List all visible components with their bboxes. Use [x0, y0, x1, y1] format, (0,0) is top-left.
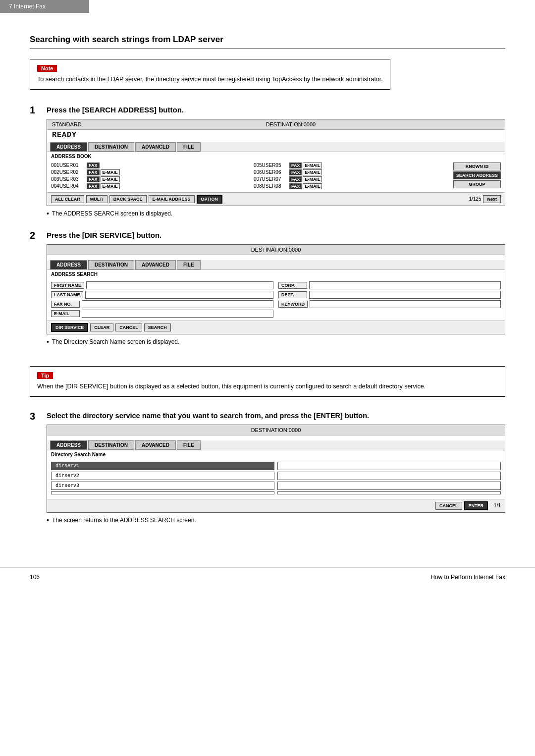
- footer-title: How to Perform Internet Fax: [430, 574, 505, 581]
- tab-file-3[interactable]: FILE: [177, 440, 201, 450]
- footer: 106 How to Perform Internet Fax: [0, 567, 535, 587]
- group-button[interactable]: GROUP: [453, 180, 501, 188]
- tab-address-3[interactable]: ADDRESS: [50, 440, 87, 450]
- step-1-title: Press the [SEARCH ADDRESS] button.: [47, 106, 505, 114]
- form-row-lastname: LAST NAME: [51, 291, 273, 299]
- cancel-button-2[interactable]: CANCEL: [115, 324, 142, 331]
- addr-row-1: 001USER01 FAX: [51, 162, 251, 168]
- addr-book-label-1: ADDRESS BOOK: [47, 152, 505, 161]
- email-input[interactable]: [82, 310, 273, 318]
- next-button-1[interactable]: Next: [483, 195, 501, 203]
- addr-search-form-2: FIRST NAME LAST NAME FAX NO.: [47, 278, 505, 321]
- page-info-3: 1/1: [494, 503, 501, 508]
- form-row-keyword: KEYWORD: [278, 300, 501, 308]
- keyword-label: KEYWORD: [278, 301, 308, 308]
- form-col-right: CORP. DEPT. KEYWORD: [278, 281, 501, 318]
- addr-book-sidebar: KNOWN ID SEARCH ADDRESS GROUP: [453, 162, 501, 190]
- tab-destination-1[interactable]: DESTINATION: [88, 142, 134, 152]
- cancel-button-3[interactable]: CANCEL: [435, 502, 462, 510]
- form-row-faxno: FAX NO.: [51, 300, 273, 308]
- email-label: E-MAIL: [51, 310, 80, 317]
- step-1-number: 1: [30, 105, 47, 116]
- dir-service-button[interactable]: DIR SERVICE: [51, 323, 88, 332]
- step-3-bullet: • The screen returns to the ADDRESS SEAR…: [47, 517, 505, 524]
- tab-address-2[interactable]: ADDRESS: [50, 260, 87, 270]
- dir-entry-row-1: dirserv1: [51, 462, 501, 470]
- firstname-label: FIRST NAME: [51, 282, 84, 289]
- search-button-2[interactable]: SEARCH: [144, 324, 171, 331]
- step-2-content: Press the [DIR SERVICE] button. DESTINAT…: [47, 231, 505, 350]
- screen-bottom-bar-3: CANCEL ENTER 1/1: [47, 499, 505, 512]
- dept-input[interactable]: [309, 291, 501, 299]
- email-address-button[interactable]: E-MAIL ADDRESS: [149, 195, 195, 203]
- note-label: Note: [37, 65, 57, 72]
- addr-row-6: 006USER06 FAX E-MAIL: [254, 169, 453, 175]
- faxno-label: FAX NO.: [51, 301, 80, 308]
- corp-label: CORP.: [278, 282, 307, 289]
- footer-page-number: 106: [30, 574, 40, 581]
- faxno-input[interactable]: [82, 300, 273, 308]
- addr-book-right: 005USER05 FAX E-MAIL 006USER06 FAX E-MAI…: [254, 162, 453, 190]
- tip-label: Tip: [37, 372, 53, 379]
- step-3-content: Select the directory service name that y…: [47, 412, 505, 529]
- step-1-content: Press the [SEARCH ADDRESS] button. STAND…: [47, 106, 505, 222]
- two-col-form: FIRST NAME LAST NAME FAX NO.: [51, 281, 501, 318]
- back-space-button[interactable]: BACK SPACE: [109, 195, 147, 203]
- tab-destination-3[interactable]: DESTINATION: [88, 440, 134, 450]
- tab-address-1[interactable]: ADDRESS: [50, 142, 87, 152]
- dir-entry-row-4: [51, 491, 501, 494]
- option-button[interactable]: OPTION: [197, 195, 223, 204]
- lastname-input[interactable]: [85, 291, 274, 299]
- screen-bottom-bar-1: ALL CLEAR MULTI BACK SPACE E-MAIL ADDRES…: [47, 192, 505, 206]
- screen-destination-2: DESTINATION:0000: [251, 247, 301, 253]
- addr-book-left: 001USER01 FAX 002USER02 FAX E-MAIL 003US…: [51, 162, 251, 190]
- firstname-input[interactable]: [86, 281, 273, 289]
- dir-search-area: dirserv1 dirserv2 dirserv3: [47, 459, 505, 499]
- header-tab-label: 7 Internet Fax: [9, 3, 46, 10]
- step-3-number: 3: [30, 411, 47, 422]
- screen-standard-1: STANDARD: [52, 121, 82, 127]
- tab-advanced-1[interactable]: ADVANCED: [135, 142, 176, 152]
- dir-search-label: Directory Search Name: [47, 450, 505, 459]
- screen-mockup-3: DESTINATION:0000 ADDRESS DESTINATION ADV…: [47, 425, 505, 513]
- dir-entry-4-right: [277, 491, 501, 494]
- tab-destination-2[interactable]: DESTINATION: [88, 260, 134, 270]
- screen-destination-1: DESTINATION:0000: [266, 121, 316, 127]
- clear-button-2[interactable]: CLEAR: [90, 324, 113, 331]
- screen-top-bar-3: DESTINATION:0000: [47, 425, 505, 435]
- screen-bottom-bar-2: DIR SERVICE CLEAR CANCEL SEARCH: [47, 321, 505, 334]
- dir-entry-3[interactable]: dirserv3: [51, 482, 274, 490]
- enter-button-3[interactable]: ENTER: [464, 501, 488, 510]
- corp-input[interactable]: [309, 281, 501, 289]
- dir-entry-1[interactable]: dirserv1: [51, 462, 274, 470]
- addr-row-5: 005USER05 FAX E-MAIL: [254, 162, 453, 168]
- dir-entry-4: [51, 491, 274, 494]
- dir-entry-2[interactable]: dirserv2: [51, 472, 274, 480]
- tab-file-2[interactable]: FILE: [177, 260, 201, 270]
- step-1: 1 Press the [SEARCH ADDRESS] button. STA…: [30, 106, 505, 222]
- dir-entry-row-3: dirserv3: [51, 482, 501, 490]
- dir-entry-3-right: [277, 482, 501, 490]
- section-heading: Searching with search strings from LDAP …: [30, 35, 505, 49]
- keyword-input[interactable]: [310, 300, 501, 308]
- search-address-button[interactable]: SEARCH ADDRESS: [453, 171, 501, 179]
- screen-tabs-3: ADDRESS DESTINATION ADVANCED FILE: [47, 440, 505, 450]
- step-2-bullet: • The Directory Search Name screen is di…: [47, 338, 505, 345]
- dir-entry-1-right: [277, 462, 501, 470]
- addr-row-3: 003USER03 FAX E-MAIL: [51, 176, 251, 182]
- note-box: Note To search contacts in the LDAP serv…: [30, 59, 390, 90]
- known-id-button[interactable]: KNOWN ID: [453, 162, 501, 170]
- multi-button[interactable]: MULTI: [86, 195, 107, 203]
- step-2: 2 Press the [DIR SERVICE] button. DESTIN…: [30, 231, 505, 350]
- tab-advanced-2[interactable]: ADVANCED: [135, 260, 176, 270]
- step-3: 3 Select the directory service name that…: [30, 412, 505, 529]
- all-clear-button[interactable]: ALL CLEAR: [51, 195, 84, 203]
- form-row-email: E-MAIL: [51, 310, 273, 318]
- tab-advanced-3[interactable]: ADVANCED: [135, 440, 176, 450]
- addr-row-2: 002USER02 FAX E-MAIL: [51, 169, 251, 175]
- screen-tabs-2: ADDRESS DESTINATION ADVANCED FILE: [47, 260, 505, 270]
- lastname-label: LAST NAME: [51, 291, 83, 298]
- tab-file-1[interactable]: FILE: [177, 142, 201, 152]
- note-container: Note To search contacts in the LDAP serv…: [30, 59, 505, 97]
- step-2-title: Press the [DIR SERVICE] button.: [47, 231, 505, 239]
